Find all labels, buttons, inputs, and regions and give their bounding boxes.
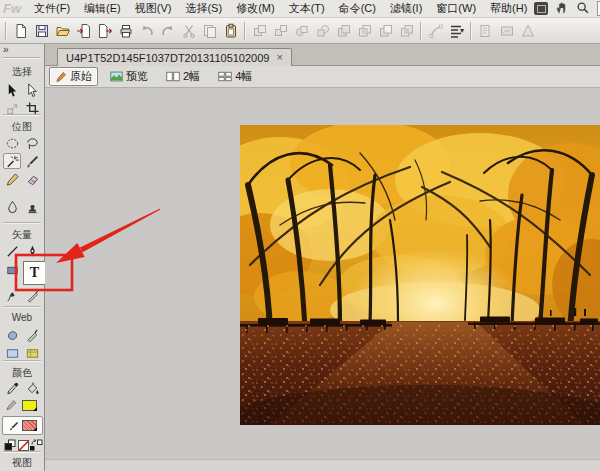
section-divider [3,57,41,58]
preview-view-label: 预览 [126,69,148,84]
punch-icon[interactable] [375,20,396,42]
union-icon[interactable] [333,20,354,42]
main-toolbar: ▾ [0,18,600,44]
rectangle-hotspot-icon[interactable] [3,345,21,361]
copy-button[interactable] [199,20,220,42]
menubar-right-tools: 100% [534,1,600,17]
section-divider [3,306,41,307]
section-label-web: Web [0,312,44,323]
slice-tool[interactable] [23,327,41,343]
preview-view-button[interactable]: 预览 [104,67,154,86]
ungroup-icon[interactable] [270,20,291,42]
pointer-tool[interactable] [3,82,21,98]
join-icon[interactable] [291,20,312,42]
screen-mode-icon[interactable] [534,2,548,15]
hand-icon[interactable] [555,1,569,17]
export-button[interactable] [94,20,115,42]
align-button[interactable]: ▾ [446,20,467,42]
panel-collapse-icon[interactable]: » [3,44,9,55]
four-up-icon [218,71,232,82]
chevron-down-icon: ▾ [460,26,464,35]
magic-wand-tool[interactable] [3,153,21,169]
cut-button[interactable] [178,20,199,42]
line-tool[interactable] [3,243,21,259]
intersect-icon[interactable] [354,20,375,42]
menu-commands[interactable]: 命令(C) [332,1,383,16]
preview-mode-bar: 原始 预览 2幅 4幅 [45,66,600,88]
two-up-label: 2幅 [183,69,200,84]
hotspot-tool[interactable] [3,327,21,343]
lasso-tool[interactable] [23,135,41,151]
rubber-stamp-tool[interactable] [23,198,41,214]
canvas-image-autumn-park[interactable] [240,125,600,425]
menu-bar: Fw 文件(F) 编辑(E) 视图(V) 选择(S) 修改(M) 文本(T) 命… [0,0,600,18]
marquee-tool[interactable] [3,135,21,151]
close-icon[interactable]: × [276,52,282,63]
toolbar-separator [244,22,246,40]
toolbar-separator [420,22,422,40]
print-button[interactable] [115,20,136,42]
toolbar-separator [470,22,472,40]
document-tab-title: U4P1T52D145F1037DT20131105102009 [66,52,269,64]
section-divider [3,114,41,115]
save-button[interactable] [31,20,52,42]
magnifier-icon[interactable] [576,1,590,17]
canvas-area[interactable] [45,88,600,471]
section-label-colors: 颜色 [0,366,44,380]
menu-help[interactable]: 帮助(H) [483,1,534,16]
knife-tool[interactable] [23,288,41,304]
document-tab[interactable]: U4P1T52D145F1037DT20131105102009 × [57,48,292,66]
pen-tool[interactable] [23,243,41,259]
fill-color-button[interactable] [2,416,43,435]
page-properties-icon[interactable] [475,20,496,42]
pencil-icon [55,71,67,83]
menu-view[interactable]: 视图(V) [128,1,179,16]
original-view-button[interactable]: 原始 [49,67,98,86]
rectangle-slice-icon[interactable] [23,345,41,361]
text-tool[interactable]: T [23,261,46,285]
paint-bucket-tool[interactable] [23,380,41,396]
original-view-label: 原始 [70,69,92,84]
menu-file[interactable]: 文件(F) [27,1,77,16]
menu-modify[interactable]: 修改(M) [229,1,282,16]
subselection-tool[interactable] [23,82,41,98]
fireworks-logo: Fw [0,1,27,16]
optimize-icon[interactable] [517,20,538,42]
rectangle-tool[interactable] [3,262,21,278]
document-tab-bar: U4P1T52D145F1037DT20131105102009 × [45,44,600,66]
crop-shape-icon[interactable] [396,20,417,42]
menu-select[interactable]: 选择(S) [178,1,229,16]
menu-text[interactable]: 文本(T) [282,1,332,16]
free-transform-icon[interactable] [425,20,446,42]
brush-tool[interactable] [23,153,41,169]
stroke-color-pencil-icon[interactable] [2,397,20,413]
eraser-tool[interactable] [23,171,41,187]
open-button[interactable] [52,20,73,42]
menu-window[interactable]: 窗口(W) [429,1,483,16]
four-up-label: 4幅 [235,69,252,84]
group-icon[interactable] [249,20,270,42]
four-up-view-button[interactable]: 4幅 [212,67,258,86]
pencil-tool[interactable] [3,171,21,187]
new-document-button[interactable] [10,20,31,42]
freeform-tool[interactable] [3,288,21,304]
toolbar-separator [5,22,7,40]
menu-filters[interactable]: 滤镜(I) [383,1,429,16]
fill-color-swatch [22,420,37,431]
import-button[interactable] [73,20,94,42]
two-up-view-button[interactable]: 2幅 [160,67,206,86]
menu-edit[interactable]: 编辑(E) [77,1,128,16]
section-divider [3,451,41,452]
split-icon[interactable] [312,20,333,42]
undo-button[interactable] [136,20,157,42]
export-preview-icon[interactable] [496,20,517,42]
section-label-vector: 矢量 [0,228,44,242]
section-label-bitmap: 位图 [0,120,44,134]
blur-tool[interactable] [3,198,21,214]
stroke-color-swatch[interactable] [22,400,37,411]
section-divider [3,360,41,361]
paste-button[interactable] [220,20,241,42]
fireworks-window: Fw 文件(F) 编辑(E) 视图(V) 选择(S) 修改(M) 文本(T) 命… [0,0,600,471]
eyedropper-tool[interactable] [3,380,21,396]
redo-button[interactable] [157,20,178,42]
